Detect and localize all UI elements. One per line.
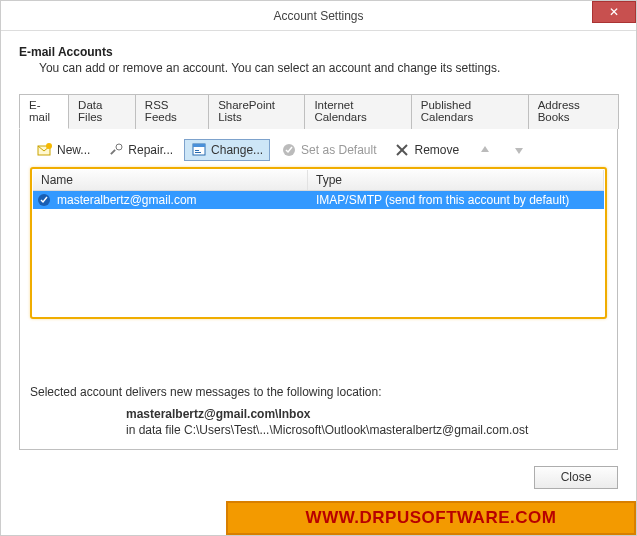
remove-label: Remove bbox=[414, 143, 459, 157]
svg-marker-11 bbox=[481, 146, 489, 152]
tab-rss-feeds[interactable]: RSS Feeds bbox=[135, 94, 209, 129]
check-circle-icon bbox=[281, 142, 297, 158]
new-button[interactable]: New... bbox=[30, 139, 97, 161]
column-type[interactable]: Type bbox=[308, 170, 604, 190]
move-down-button bbox=[504, 139, 534, 161]
svg-rect-6 bbox=[195, 150, 199, 151]
tab-published-calendars[interactable]: Published Calendars bbox=[411, 94, 529, 129]
email-tab-panel: New... Repair... Change... Set as Defaul… bbox=[19, 128, 618, 450]
watermark-text: WWW.DRPUSOFTWARE.COM bbox=[306, 508, 557, 528]
remove-button[interactable]: Remove bbox=[387, 139, 466, 161]
toolbar: New... Repair... Change... Set as Defaul… bbox=[30, 137, 607, 167]
svg-rect-3 bbox=[111, 149, 117, 155]
section-description: You can add or remove an account. You ca… bbox=[39, 61, 618, 75]
window-close-button[interactable]: ✕ bbox=[592, 1, 636, 23]
repair-button[interactable]: Repair... bbox=[101, 139, 180, 161]
arrow-down-icon bbox=[511, 142, 527, 158]
tab-address-books[interactable]: Address Books bbox=[528, 94, 619, 129]
remove-x-icon bbox=[394, 142, 410, 158]
repair-label: Repair... bbox=[128, 143, 173, 157]
tab-strip: E-mail Data Files RSS Feeds SharePoint L… bbox=[19, 94, 618, 129]
title-bar: Account Settings ✕ bbox=[1, 1, 636, 31]
svg-marker-12 bbox=[515, 148, 523, 154]
list-header: Name Type bbox=[33, 170, 604, 191]
close-icon: ✕ bbox=[609, 5, 619, 19]
window-title: Account Settings bbox=[1, 9, 636, 23]
column-name[interactable]: Name bbox=[33, 170, 308, 190]
close-button[interactable]: Close bbox=[534, 466, 618, 489]
new-label: New... bbox=[57, 143, 90, 157]
tab-data-files[interactable]: Data Files bbox=[68, 94, 136, 129]
tab-email[interactable]: E-mail bbox=[19, 94, 69, 129]
arrow-up-icon bbox=[477, 142, 493, 158]
properties-icon bbox=[191, 142, 207, 158]
delivery-path: in data file C:\Users\Test\...\Microsoft… bbox=[126, 423, 607, 437]
account-type: IMAP/SMTP (send from this account by def… bbox=[308, 193, 604, 207]
delivery-info: Selected account delivers new messages t… bbox=[30, 385, 607, 437]
watermark-banner: WWW.DRPUSOFTWARE.COM bbox=[226, 501, 636, 535]
svg-rect-7 bbox=[195, 152, 201, 153]
set-default-button: Set as Default bbox=[274, 139, 383, 161]
dialog-footer: Close bbox=[534, 466, 618, 489]
default-label: Set as Default bbox=[301, 143, 376, 157]
tab-internet-calendars[interactable]: Internet Calendars bbox=[304, 94, 411, 129]
section-title: E-mail Accounts bbox=[19, 45, 618, 59]
default-account-check-icon bbox=[33, 193, 55, 207]
table-row[interactable]: masteralbertz@gmail.com IMAP/SMTP (send … bbox=[33, 191, 604, 209]
account-list[interactable]: Name Type masteralbertz@gmail.com IMAP/S… bbox=[30, 167, 607, 319]
move-up-button bbox=[470, 139, 500, 161]
envelope-new-icon bbox=[37, 142, 53, 158]
change-button[interactable]: Change... bbox=[184, 139, 270, 161]
svg-rect-5 bbox=[193, 144, 205, 147]
account-name: masteralbertz@gmail.com bbox=[55, 193, 308, 207]
change-label: Change... bbox=[211, 143, 263, 157]
delivery-location: masteralbertz@gmail.com\Inbox bbox=[126, 407, 607, 421]
svg-point-2 bbox=[116, 144, 122, 150]
wrench-gear-icon bbox=[108, 142, 124, 158]
delivery-intro: Selected account delivers new messages t… bbox=[30, 385, 607, 399]
tab-sharepoint-lists[interactable]: SharePoint Lists bbox=[208, 94, 305, 129]
header-section: E-mail Accounts You can add or remove an… bbox=[1, 31, 636, 75]
svg-point-1 bbox=[46, 143, 52, 149]
